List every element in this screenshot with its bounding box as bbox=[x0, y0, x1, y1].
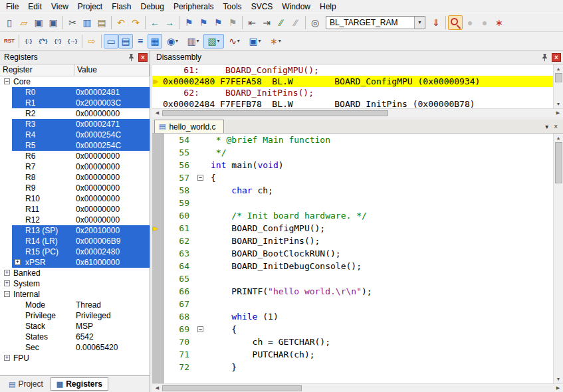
step-out-button[interactable]: {↑} bbox=[51, 34, 65, 49]
breakpoint-gutter[interactable] bbox=[152, 361, 164, 373]
registers-window-toggle[interactable]: ▦ bbox=[148, 34, 162, 49]
editor-line[interactable]: 54 * @brief Main function bbox=[152, 134, 553, 146]
code-text[interactable]: { bbox=[207, 323, 553, 336]
step-into-button[interactable]: {↓} bbox=[21, 34, 36, 49]
register-row[interactable]: ModeThread bbox=[0, 300, 150, 310]
register-row[interactable]: −Core bbox=[0, 76, 150, 87]
comment-icon[interactable]: ∕∕ bbox=[274, 15, 288, 30]
editor-line[interactable]: 66 PRINTF("hello world.\r\n"); bbox=[152, 285, 553, 298]
breakpoint-gutter[interactable] bbox=[152, 272, 164, 285]
menu-item-project[interactable]: Project bbox=[73, 1, 107, 13]
panel-tab-project[interactable]: ▤Project bbox=[3, 377, 49, 391]
open-folder-icon[interactable]: ▱ bbox=[17, 15, 31, 30]
tree-expander-icon[interactable]: + bbox=[15, 259, 21, 265]
register-row[interactable]: R110x00000000 bbox=[0, 204, 150, 215]
menu-item-view[interactable]: View bbox=[47, 1, 73, 13]
code-text[interactable]: ch = GETCHAR(); bbox=[207, 336, 553, 348]
register-row[interactable]: R120x00000000 bbox=[0, 215, 150, 225]
watch-window-toggle[interactable]: ◉▾ bbox=[162, 34, 183, 49]
editor-line[interactable]: 72 } bbox=[152, 361, 553, 373]
paste-icon[interactable]: ▤ bbox=[94, 15, 109, 30]
register-row[interactable]: +FPU bbox=[0, 353, 150, 363]
editor-line[interactable]: ▶▶61 BOARD_ConfigMPU(); bbox=[152, 222, 553, 235]
code-text[interactable]: int main(void) bbox=[207, 159, 553, 171]
panel-tab-registers[interactable]: ▦Registers bbox=[51, 377, 108, 391]
target-options-icon[interactable]: ◎ bbox=[308, 15, 322, 30]
scroll-thumb[interactable] bbox=[162, 110, 388, 116]
scroll-thumb[interactable] bbox=[555, 73, 562, 82]
tab-list-dropdown-icon[interactable]: ▾ bbox=[545, 123, 548, 130]
register-row[interactable]: Sec0.00065420 bbox=[0, 342, 150, 353]
code-text[interactable]: } bbox=[207, 361, 553, 373]
disassembly-vscrollbar[interactable]: ▲ ▼ bbox=[553, 64, 563, 108]
editor-line[interactable]: 65 bbox=[152, 272, 553, 285]
code-text[interactable]: PRINTF("hello world.\r\n"); bbox=[207, 285, 553, 298]
register-row[interactable]: StackMSP bbox=[0, 321, 150, 332]
register-row[interactable]: R80x00000000 bbox=[0, 172, 150, 183]
register-row[interactable]: R15 (PC)0x00002480 bbox=[0, 246, 150, 257]
breakpoint-gutter[interactable] bbox=[152, 323, 164, 336]
breakpoint-kill-icon[interactable]: ∗ bbox=[492, 15, 507, 30]
copy-icon[interactable]: ▥ bbox=[80, 15, 94, 30]
cut-icon[interactable]: ✂ bbox=[65, 15, 80, 30]
pin-icon[interactable] bbox=[126, 52, 136, 62]
bookmark-next-icon[interactable]: ⚑ bbox=[211, 15, 225, 30]
breakpoint-gutter[interactable] bbox=[152, 184, 164, 197]
register-row[interactable]: R30x00002471 bbox=[0, 119, 150, 130]
tree-expander-icon[interactable]: − bbox=[4, 291, 10, 297]
target-select[interactable]: BL_TARGET_RAM ▼ bbox=[326, 16, 425, 29]
tree-expander-icon[interactable]: + bbox=[4, 280, 10, 286]
redo-icon[interactable]: ↷ bbox=[128, 15, 143, 30]
save-icon[interactable]: ▣ bbox=[31, 15, 46, 30]
disassembly-line[interactable]: 62: BOARD_InitPins(); bbox=[152, 87, 553, 98]
code-text[interactable]: BOARD_InitPins(); bbox=[207, 235, 553, 247]
register-row[interactable]: R50x0000254C bbox=[0, 140, 150, 151]
code-text[interactable]: char ch; bbox=[207, 184, 553, 197]
bookmark-clear-icon[interactable]: ⚑ bbox=[225, 15, 240, 30]
run-button[interactable]: ⇨ bbox=[84, 34, 99, 49]
fold-collapse-icon[interactable]: − bbox=[197, 326, 203, 332]
breakpoint-gutter[interactable] bbox=[152, 209, 164, 222]
disassembly-line[interactable]: 0x00002484 F7FEFB78 BL.W BOARD_InitPins … bbox=[152, 98, 553, 108]
scroll-down-icon[interactable]: ▼ bbox=[554, 375, 563, 383]
tree-expander-icon[interactable]: + bbox=[4, 355, 10, 361]
scroll-up-icon[interactable]: ▲ bbox=[554, 134, 563, 142]
scroll-right-icon[interactable]: ▶ bbox=[553, 109, 563, 118]
menu-item-peripherals[interactable]: Peripherals bbox=[169, 1, 219, 13]
disassembly-line[interactable]: ▶0x00002480 F7FEFA58 BL.W BOARD_ConfigMP… bbox=[152, 76, 553, 87]
code-text[interactable]: BOARD_InitDebugConsole(); bbox=[207, 260, 553, 272]
fold-collapse-icon[interactable]: − bbox=[197, 175, 203, 181]
editor-line[interactable]: 70 ch = GETCHAR(); bbox=[152, 336, 553, 348]
new-file-icon[interactable]: ▯ bbox=[2, 15, 17, 30]
undo-icon[interactable]: ↶ bbox=[114, 15, 128, 30]
tab-close-icon[interactable]: × bbox=[554, 123, 558, 130]
code-text[interactable]: while (1) bbox=[207, 310, 553, 323]
navigate-back-icon[interactable]: ← bbox=[148, 15, 162, 30]
close-icon[interactable]: × bbox=[552, 53, 561, 62]
breakpoint-gutter[interactable] bbox=[152, 197, 164, 209]
editor-line[interactable]: 67 bbox=[152, 298, 553, 310]
indent-icon[interactable]: ⇥ bbox=[259, 15, 274, 30]
analysis-window-toggle[interactable]: ∿▾ bbox=[224, 34, 245, 49]
breakpoint-gutter[interactable] bbox=[152, 285, 164, 298]
editor-line[interactable]: 62 BOARD_InitPins(); bbox=[152, 235, 553, 247]
tab-hello-world-c[interactable]: ▤ hello_world.c bbox=[154, 120, 224, 133]
editor-line[interactable]: 58 char ch; bbox=[152, 184, 553, 197]
breakpoint-gutter[interactable] bbox=[152, 348, 164, 361]
breakpoint-gutter[interactable] bbox=[152, 171, 164, 184]
breakpoint-disable-icon[interactable]: ● bbox=[477, 15, 492, 30]
register-row[interactable]: PrivilegePrivileged bbox=[0, 310, 150, 321]
breakpoint-gutter[interactable] bbox=[152, 310, 164, 323]
editor-line[interactable]: 59 bbox=[152, 197, 553, 209]
run-to-cursor-button[interactable]: {→} bbox=[65, 34, 80, 49]
command-window-toggle[interactable]: ▭ bbox=[104, 34, 118, 49]
breakpoint-toggle-icon[interactable]: ● bbox=[463, 15, 477, 30]
register-row[interactable]: +Banked bbox=[0, 268, 150, 278]
code-text[interactable]: BOARD_BootClockRUN(); bbox=[207, 247, 553, 260]
register-row[interactable]: −Internal bbox=[0, 289, 150, 300]
editor-line[interactable]: 71 PUTCHAR(ch); bbox=[152, 348, 553, 361]
code-text[interactable] bbox=[207, 272, 553, 285]
editor-line[interactable]: 60 /* Init board hardware. */ bbox=[152, 209, 553, 222]
register-row[interactable]: +xPSR0x61000000 bbox=[0, 257, 150, 268]
debug-session-button[interactable] bbox=[448, 15, 463, 30]
